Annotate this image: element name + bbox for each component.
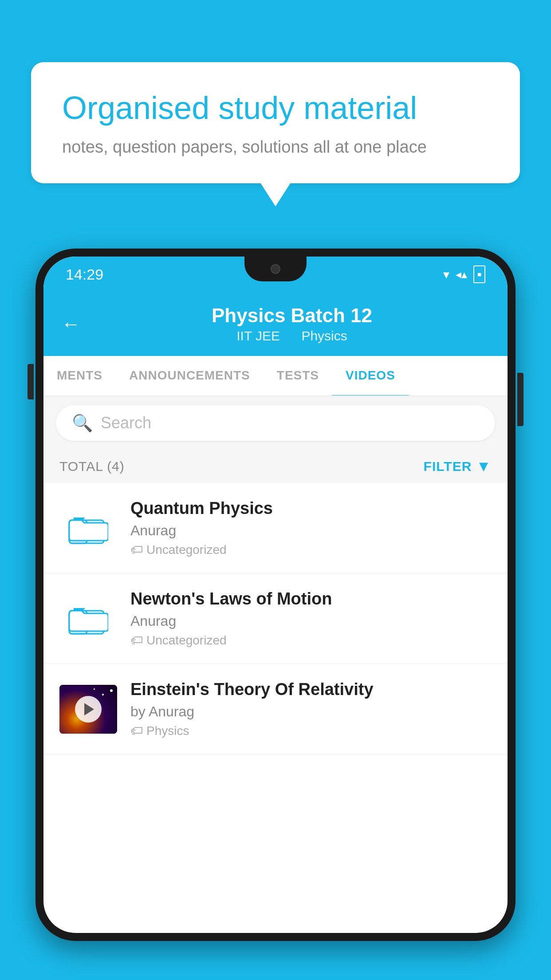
status-time: 14:29 — [66, 266, 103, 283]
batch-subtitle: IIT JEE Physics — [94, 328, 490, 344]
video-author: Anurag — [130, 522, 492, 539]
subtitle-iitjee: IIT JEE — [236, 328, 280, 343]
video-author: by Anurag — [130, 703, 492, 720]
video-thumbnail — [59, 685, 117, 734]
tag-label: Uncategorized — [146, 543, 227, 557]
play-icon — [84, 703, 94, 715]
phone-container: 14:29 ▾ ◂▴ ▪ ← Physics Batch 12 — [35, 249, 516, 980]
bubble-subtitle: notes, question papers, solutions all at… — [62, 138, 489, 157]
video-tag: 🏷 Uncategorized — [130, 542, 492, 557]
status-bar: 14:29 ▾ ◂▴ ▪ — [43, 257, 508, 292]
tab-announcements[interactable]: ANNOUNCEMENTS — [116, 356, 264, 396]
phone-screen: 14:29 ▾ ◂▴ ▪ ← Physics Batch 12 — [43, 257, 508, 933]
tag-icon: 🏷 — [130, 633, 143, 648]
tabs-bar: MENTS ANNOUNCEMENTS TESTS VIDEOS — [43, 356, 508, 396]
tab-videos[interactable]: VIDEOS — [332, 356, 409, 396]
speech-bubble: Organised study material notes, question… — [31, 62, 520, 183]
folder-icon — [59, 594, 117, 643]
signal-icon: ◂▴ — [456, 268, 467, 281]
tab-tests[interactable]: TESTS — [264, 356, 332, 396]
video-list: Quantum Physics Anurag 🏷 Uncategorized — [43, 483, 508, 755]
video-author: Anurag — [130, 613, 492, 629]
tag-icon: 🏷 — [130, 723, 143, 738]
phone-outer: 14:29 ▾ ◂▴ ▪ ← Physics Batch 12 — [35, 249, 516, 941]
wifi-icon: ▾ — [443, 267, 449, 282]
video-info: Quantum Physics Anurag 🏷 Uncategorized — [130, 499, 492, 557]
list-item[interactable]: Newton's Laws of Motion Anurag 🏷 Uncateg… — [43, 573, 508, 664]
video-info: Einstein's Theory Of Relativity by Anura… — [130, 680, 492, 738]
filter-label: FILTER — [424, 459, 472, 474]
speech-bubble-section: Organised study material notes, question… — [31, 62, 520, 183]
search-placeholder: Search — [101, 414, 151, 432]
app-header: ← Physics Batch 12 IIT JEE Physics — [43, 292, 508, 356]
video-tag: 🏷 Physics — [130, 723, 492, 738]
tag-label: Uncategorized — [146, 633, 227, 648]
list-item[interactable]: Quantum Physics Anurag 🏷 Uncategorized — [43, 483, 508, 573]
tag-icon: 🏷 — [130, 542, 143, 557]
filter-button[interactable]: FILTER ▼ — [424, 458, 492, 475]
search-container: 🔍 Search — [43, 396, 508, 450]
filter-bar: TOTAL (4) FILTER ▼ — [43, 450, 508, 483]
folder-icon — [59, 504, 117, 553]
search-bar[interactable]: 🔍 Search — [56, 405, 495, 441]
tag-label: Physics — [146, 724, 189, 738]
batch-title: Physics Batch 12 — [94, 304, 490, 327]
video-info: Newton's Laws of Motion Anurag 🏷 Uncateg… — [130, 589, 492, 648]
list-item[interactable]: Einstein's Theory Of Relativity by Anura… — [43, 664, 508, 755]
video-title: Newton's Laws of Motion — [130, 589, 492, 609]
video-title: Quantum Physics — [130, 499, 492, 518]
video-tag: 🏷 Uncategorized — [130, 633, 492, 648]
play-button[interactable] — [75, 696, 102, 723]
bubble-title: Organised study material — [62, 89, 489, 127]
search-icon: 🔍 — [72, 413, 93, 433]
battery-icon: ▪ — [473, 265, 485, 283]
video-title: Einstein's Theory Of Relativity — [130, 680, 492, 699]
back-button[interactable]: ← — [61, 313, 81, 335]
notch — [244, 257, 307, 281]
total-count: TOTAL (4) — [59, 459, 125, 474]
filter-icon: ▼ — [476, 458, 492, 475]
notch-camera — [271, 264, 280, 274]
tab-ments[interactable]: MENTS — [43, 356, 116, 396]
header-title-group: Physics Batch 12 IIT JEE Physics — [94, 304, 490, 344]
subtitle-physics: Physics — [301, 328, 347, 343]
status-icons: ▾ ◂▴ ▪ — [443, 265, 485, 283]
